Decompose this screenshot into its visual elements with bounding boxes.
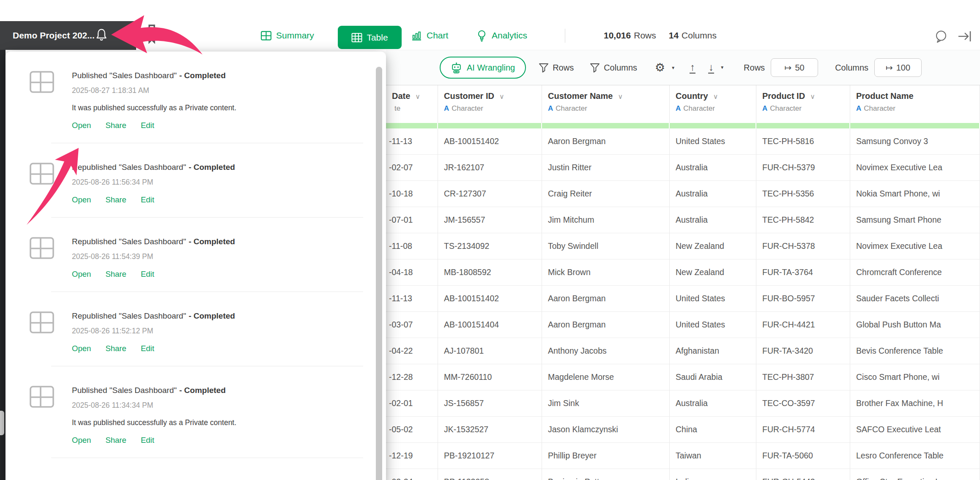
cell-customer-name[interactable]: Justin Ritter xyxy=(542,155,670,181)
table-row[interactable]: -04-18 MB-1808592 Mick Brown New Zealand… xyxy=(386,259,980,286)
cell-date[interactable]: -02-24 xyxy=(386,469,438,480)
cell-country[interactable]: Australia xyxy=(670,155,756,181)
table-row[interactable]: -07-01 JM-156557 Jim Mitchum Australia T… xyxy=(386,207,980,233)
cell-country[interactable]: India xyxy=(670,469,756,480)
cell-country[interactable]: Taiwan xyxy=(670,443,756,469)
open-link[interactable]: Open xyxy=(72,344,91,353)
cell-product-name[interactable]: Nokia Smart Phone, wi xyxy=(850,181,980,207)
column-header[interactable]: Customer Name∨ ACharacter xyxy=(542,85,670,123)
cell-customer-name[interactable]: Jim Mitchum xyxy=(542,207,670,233)
project-title[interactable]: Demo Project 202... xyxy=(13,30,95,41)
cell-country[interactable]: United States xyxy=(670,312,756,338)
cell-customer-id[interactable]: JS-156857 xyxy=(438,390,542,417)
cell-product-id[interactable]: FUR-CH-5443 xyxy=(756,469,850,480)
cell-date[interactable]: -11-13 xyxy=(386,286,438,312)
edit-link[interactable]: Edit xyxy=(141,344,154,353)
column-header[interactable]: Product Name ACharacter xyxy=(850,85,980,123)
open-link[interactable]: Open xyxy=(72,195,91,204)
cell-product-name[interactable]: Novimex Executive Lea xyxy=(850,233,980,259)
sidebar-scrollbar-thumb[interactable] xyxy=(0,411,4,435)
table-row[interactable]: -12-19 PB-19210127 Phillip Breyer Taiwan… xyxy=(386,443,980,469)
share-link[interactable]: Share xyxy=(105,344,126,353)
cell-customer-id[interactable]: AB-100151404 xyxy=(438,312,542,338)
cell-date[interactable]: -11-13 xyxy=(386,128,438,155)
cell-date[interactable]: -12-28 xyxy=(386,364,438,390)
column-header[interactable]: Date∨ te xyxy=(386,85,438,123)
table-row[interactable]: -05-02 JK-1532527 Jason Klamczynski Chin… xyxy=(386,417,980,443)
cell-product-id[interactable]: FUR-CH-5378 xyxy=(756,233,850,259)
table-row[interactable]: -10-18 CR-127307 Craig Reiter Australia … xyxy=(386,181,980,207)
tab-table-active[interactable]: Table xyxy=(338,26,402,49)
column-header[interactable]: Product ID∨ ACharacter xyxy=(756,85,850,123)
table-row[interactable]: -04-22 AJ-107801 Anthony Jacobs Afghanis… xyxy=(386,338,980,364)
cell-date[interactable]: -12-19 xyxy=(386,443,438,469)
table-row[interactable]: -03-07 AB-100151404 Aaron Bergman United… xyxy=(386,312,980,338)
cell-customer-name[interactable]: Craig Reiter xyxy=(542,181,670,207)
cell-country[interactable]: Australia xyxy=(670,181,756,207)
cell-product-id[interactable]: TEC-PH-5842 xyxy=(756,207,850,233)
table-row[interactable]: -11-13 AB-100151402 Aaron Bergman United… xyxy=(386,128,980,155)
edit-link[interactable]: Edit xyxy=(141,121,154,130)
tab-chart[interactable]: Chart xyxy=(411,21,448,50)
cell-product-id[interactable]: FUR-CH-5774 xyxy=(756,417,850,443)
ai-wrangling-button[interactable]: AI Wrangling xyxy=(440,57,526,79)
cell-date[interactable]: -05-02 xyxy=(386,417,438,443)
cell-product-id[interactable]: FUR-CH-4421 xyxy=(756,312,850,338)
edit-link[interactable]: Edit xyxy=(141,270,154,278)
cell-date[interactable]: -07-01 xyxy=(386,207,438,233)
cell-product-name[interactable]: Samsung Convoy 3 xyxy=(850,128,980,155)
cell-customer-id[interactable]: BP-1123058 xyxy=(438,469,542,480)
cell-product-id[interactable]: FUR-TA-3764 xyxy=(756,259,850,286)
open-link[interactable]: Open xyxy=(72,270,91,278)
cell-customer-name[interactable]: Mick Brown xyxy=(542,259,670,286)
edit-link[interactable]: Edit xyxy=(141,195,154,204)
cell-product-id[interactable]: FUR-CH-5379 xyxy=(756,155,850,181)
cell-product-id[interactable]: TEC-CO-3597 xyxy=(756,390,850,417)
pin-icon[interactable] xyxy=(146,25,156,44)
cell-customer-id[interactable]: MB-1808592 xyxy=(438,259,542,286)
cell-customer-name[interactable]: Jason Klamczynski xyxy=(542,417,670,443)
bell-icon[interactable] xyxy=(95,28,108,41)
cell-customer-id[interactable]: JR-162107 xyxy=(438,155,542,181)
share-link[interactable]: Share xyxy=(105,436,126,445)
cell-product-id[interactable]: TEC-PH-5356 xyxy=(756,181,850,207)
columns-limit-input[interactable]: ↦ 100 xyxy=(874,58,922,77)
collapse-panel-icon[interactable] xyxy=(957,30,972,43)
cell-country[interactable]: New Zealand xyxy=(670,259,756,286)
filter-columns-button[interactable]: Columns xyxy=(590,63,637,73)
cell-country[interactable]: Australia xyxy=(670,390,756,417)
cell-country[interactable]: Saudi Arabia xyxy=(670,364,756,390)
cell-customer-id[interactable]: AJ-107801 xyxy=(438,338,542,364)
tab-summary[interactable]: Summary xyxy=(260,21,314,50)
rows-limit-input[interactable]: ↦ 50 xyxy=(771,58,818,77)
comment-bubble-icon[interactable] xyxy=(934,30,948,43)
cell-product-id[interactable]: FUR-TA-5060 xyxy=(756,443,850,469)
cell-customer-id[interactable]: MM-7260110 xyxy=(438,364,542,390)
cell-product-name[interactable]: Sauder Facets Collecti xyxy=(850,286,980,312)
edit-link[interactable]: Edit xyxy=(141,436,154,445)
cell-date[interactable]: -04-22 xyxy=(386,338,438,364)
cell-date[interactable]: -02-01 xyxy=(386,390,438,417)
column-header[interactable]: Customer ID∨ ACharacter xyxy=(438,85,542,123)
cell-customer-id[interactable]: AB-100151402 xyxy=(438,286,542,312)
cell-country[interactable]: United States xyxy=(670,286,756,312)
cell-product-name[interactable]: Bevis Conference Table xyxy=(850,338,980,364)
cell-customer-id[interactable]: PB-19210127 xyxy=(438,443,542,469)
popup-scrollbar-thumb[interactable] xyxy=(376,67,382,480)
filter-rows-button[interactable]: Rows xyxy=(539,63,574,73)
share-link[interactable]: Share xyxy=(105,195,126,204)
cell-product-id[interactable]: FUR-BO-5957 xyxy=(756,286,850,312)
cell-product-name[interactable]: Chromcraft Conference xyxy=(850,259,980,286)
cell-country[interactable]: Afghanistan xyxy=(670,338,756,364)
cell-product-id[interactable]: TEC-PH-5816 xyxy=(756,128,850,155)
cell-customer-id[interactable]: TS-2134092 xyxy=(438,233,542,259)
table-row[interactable]: -11-08 TS-2134092 Toby Swindell New Zeal… xyxy=(386,233,980,259)
settings-dropdown-button[interactable]: ⚙ ▼ xyxy=(655,62,675,74)
table-row[interactable]: -02-01 JS-156857 Jim Sink Australia TEC-… xyxy=(386,390,980,417)
cell-product-name[interactable]: Lesro Conference Table xyxy=(850,443,980,469)
cell-customer-name[interactable]: Aaron Bergman xyxy=(542,128,670,155)
cell-customer-name[interactable]: Aaron Bergman xyxy=(542,286,670,312)
cell-date[interactable]: -02-07 xyxy=(386,155,438,181)
cell-date[interactable]: -10-18 xyxy=(386,181,438,207)
cell-customer-name[interactable]: Benjamin Patterson xyxy=(542,469,670,480)
